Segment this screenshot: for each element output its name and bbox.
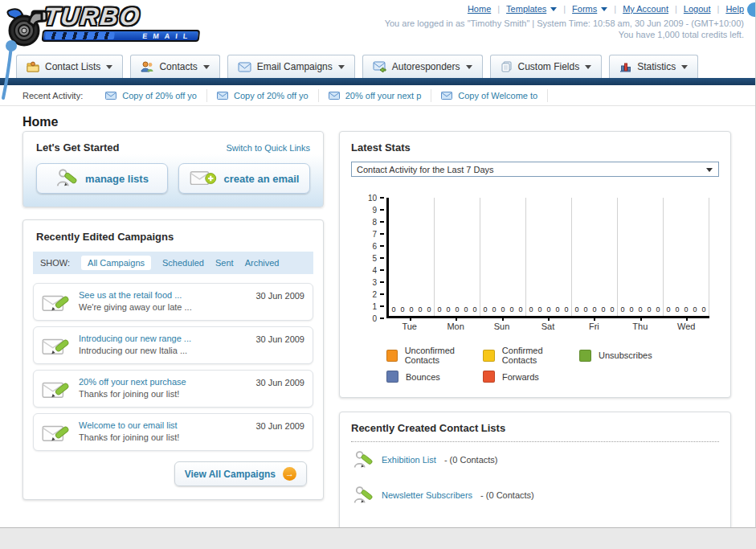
nav-tab-label: Email Campaigns <box>257 61 333 72</box>
arrow-right-icon: → <box>283 467 296 481</box>
x-tick-label: Sat <box>525 322 570 331</box>
app-logo: TURBO EMAIL <box>5 5 201 50</box>
stats-period-select[interactable]: Contact Activity for the Last 7 Days <box>351 162 719 177</box>
tab-sent[interactable]: Sent <box>215 258 234 268</box>
top-link-logout[interactable]: Logout <box>684 4 726 14</box>
chart-day-group: 00000 <box>618 198 664 316</box>
chart-day-group: 00000 <box>526 198 572 316</box>
view-all-campaigns-button[interactable]: View All Campaigns → <box>174 461 307 486</box>
campaign-row[interactable]: See us at the retail food ... We're givi… <box>33 283 313 321</box>
contact-list-link: Newsletter Subscribers <box>382 490 472 500</box>
campaign-title-link: See us at the retail food ... <box>79 290 247 300</box>
legend-swatch-confirmed <box>483 350 495 362</box>
campaign-subtitle: Thanks for joining our list! <box>79 389 179 399</box>
x-tick-label: Mon <box>432 322 478 331</box>
tab-scheduled[interactable]: Scheduled <box>162 258 204 268</box>
envelope-reply-icon <box>373 61 386 72</box>
tab-all-campaigns[interactable]: All Campaigns <box>81 256 151 270</box>
legend-label: Bounces <box>406 372 440 382</box>
chart-plot-area: 00000 00000 00000 00000 00000 00000 0000… <box>386 198 709 318</box>
help-bubble-icon[interactable] <box>747 2 756 17</box>
campaigns-filter-bar: SHOW: All Campaigns Scheduled Sent Archi… <box>33 252 313 274</box>
activity-item[interactable]: Copy of 20% off yo <box>96 89 207 102</box>
get-started-title: Let's Get Started <box>36 141 120 154</box>
tab-archived[interactable]: Archived <box>245 258 280 268</box>
nav-tab-contacts[interactable]: Contacts <box>130 55 219 78</box>
campaign-title-link: 20% off your next purchase <box>79 377 247 387</box>
x-tick-label: Fri <box>571 322 617 331</box>
activity-link: 20% off your next p <box>345 91 422 100</box>
chevron-down-icon <box>585 65 591 69</box>
top-links: Home Templates Forms My Account Logout H… <box>385 4 744 14</box>
nav-tab-custom-fields[interactable]: Custom Fields <box>490 55 603 78</box>
view-all-campaigns-label: View All Campaigns <box>185 469 276 480</box>
x-tick-label: Thu <box>617 322 663 331</box>
activity-link: Copy of 20% off yo <box>234 91 309 100</box>
bar-chart-icon <box>619 61 631 72</box>
legend-label: Unsubscribes <box>599 350 652 360</box>
logo-stripes <box>45 32 115 39</box>
campaign-row[interactable]: 20% off your next purchase Thanks for jo… <box>33 370 313 408</box>
manage-lists-label: manage lists <box>85 173 149 185</box>
create-email-label: create an email <box>224 173 300 185</box>
recent-activity-bar: Recent Activity: Copy of 20% off yo Copy… <box>0 85 755 106</box>
user-pencil-icon <box>353 484 374 506</box>
user-pencil-icon <box>353 449 374 471</box>
envelope-icon <box>238 62 251 72</box>
envelope-icon <box>105 92 116 100</box>
top-link-templates[interactable]: Templates <box>506 4 572 14</box>
legend-item: Bounces <box>386 371 483 383</box>
envelope-pencil-icon <box>42 334 71 356</box>
campaign-date: 30 Jun 2009 <box>255 334 304 344</box>
y-axis: 109876543210 <box>362 198 384 318</box>
campaign-row[interactable]: Introducing our new range ... Introducin… <box>33 326 313 364</box>
navy-divider-bar <box>0 78 755 85</box>
envelope-icon <box>329 92 340 100</box>
nav-tab-statistics[interactable]: Statistics <box>609 55 698 78</box>
campaign-row[interactable]: Welcome to our email list Thanks for joi… <box>33 413 313 451</box>
nav-tab-label: Contacts <box>159 61 197 72</box>
nav-tab-autoresponders[interactable]: Autoresponders <box>362 55 483 78</box>
contact-list-row[interactable]: Exhibition List - (0 Contacts) <box>351 442 719 477</box>
top-link-forms[interactable]: Forms <box>572 4 623 14</box>
activity-item[interactable]: Copy of Welcome to <box>431 89 548 102</box>
chart-legend: Unconfirmed Contacts Confirmed Contacts … <box>386 346 719 383</box>
chevron-down-icon <box>550 7 557 11</box>
activity-link: Copy of 20% off yo <box>122 91 197 100</box>
legend-swatch-bounces <box>386 371 398 383</box>
header-right: Home Templates Forms My Account Logout H… <box>385 4 744 39</box>
top-link-home[interactable]: Home <box>468 4 506 14</box>
nav-tab-contact-lists[interactable]: Contact Lists <box>16 55 123 78</box>
folder-icon <box>27 61 39 72</box>
chart-day-group: 00000 <box>435 198 480 316</box>
left-column: Let's Get Started Switch to Quick Links … <box>22 131 324 500</box>
latest-stats-panel: Latest Stats Contact Activity for the La… <box>339 131 731 398</box>
nav-tab-email-campaigns[interactable]: Email Campaigns <box>227 55 355 78</box>
contact-list-link: Exhibition List <box>382 455 436 465</box>
show-label: SHOW: <box>40 258 70 268</box>
chart-day-group: 00000 <box>572 198 618 316</box>
top-link-help[interactable]: Help <box>725 4 744 14</box>
activity-link: Copy of Welcome to <box>458 91 537 100</box>
recent-activity-label: Recent Activity: <box>22 91 83 100</box>
legend-swatch-forwards <box>483 371 495 383</box>
activity-item[interactable]: Copy of 20% off yo <box>207 89 319 102</box>
legend-swatch-unsubscribes <box>579 350 591 362</box>
activity-item[interactable]: 20% off your next p <box>319 89 432 102</box>
legend-swatch-unconfirmed <box>386 350 398 362</box>
contact-list-row[interactable]: Newsletter Subscribers - (0 Contacts) <box>351 477 719 513</box>
top-link-my-account[interactable]: My Account <box>623 4 684 14</box>
login-info: You are logged in as "Timothy Smith" | S… <box>385 18 744 28</box>
main-nav: Contact Lists Contacts Email Campaigns A… <box>0 53 755 78</box>
nav-tab-label: Custom Fields <box>518 61 580 72</box>
x-axis-labels: Tue Mon Sun Sat Fri Thu Wed <box>386 322 709 331</box>
envelope-pencil-icon <box>42 420 71 443</box>
manage-lists-button[interactable]: manage lists <box>36 163 168 194</box>
contact-list-count: - (0 Contacts) <box>480 490 534 500</box>
create-email-button[interactable]: create an email <box>178 163 310 194</box>
switch-quick-links-link[interactable]: Switch to Quick Links <box>226 143 310 153</box>
legend-label: Forwards <box>502 372 539 382</box>
campaign-date: 30 Jun 2009 <box>255 377 304 387</box>
legend-item: Unsubscribes <box>579 346 708 365</box>
recently-created-contact-lists-panel: Recently Created Contact Lists Exhibitio… <box>339 412 731 528</box>
